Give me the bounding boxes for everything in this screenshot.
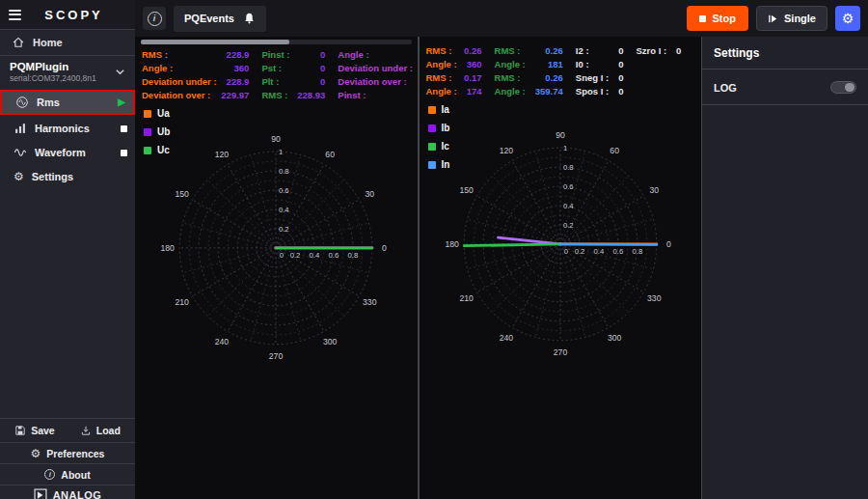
about-button[interactable]: i About — [0, 464, 135, 485]
scrollbar-thumb[interactable] — [141, 40, 289, 44]
measure-label: RMS : — [142, 48, 168, 61]
save-button[interactable]: Save — [14, 425, 55, 436]
measure-cell: RMS :0.26 — [495, 71, 563, 84]
svg-text:0.2: 0.2 — [563, 221, 574, 230]
svg-text:30: 30 — [649, 185, 659, 195]
log-toggle[interactable] — [830, 81, 856, 94]
sidebar-item-home[interactable]: Home — [0, 30, 135, 55]
sidebar-item-rms[interactable]: Rms ▶ — [2, 92, 133, 113]
sidebar-item-label: Harmonics — [35, 123, 113, 134]
svg-text:90: 90 — [556, 130, 565, 140]
measure-cell: Deviation over :229.97 — [142, 89, 249, 101]
single-button[interactable]: Single — [756, 6, 827, 31]
measure-cell: Deviation under :228.9 — [142, 75, 249, 88]
measure-value: 0.26 — [545, 71, 563, 84]
horizontal-scrollbar[interactable] — [141, 40, 412, 44]
load-button[interactable]: Load — [80, 425, 121, 436]
tab-pqevents[interactable]: PQEvents — [174, 6, 266, 32]
measure-label: Pst : — [261, 62, 282, 74]
measure-value: 359.74 — [535, 85, 563, 97]
measure-cell: RMS :228.93 — [261, 89, 325, 101]
measure-column: Szro I :0 — [636, 44, 681, 97]
measure-label: Plt : — [261, 75, 279, 88]
svg-text:0: 0 — [666, 239, 671, 249]
voltage-legend: UaUbUc — [144, 108, 170, 155]
svg-text:0: 0 — [382, 243, 387, 253]
measure-cell: Angle :360 — [142, 62, 249, 74]
measure-label: Deviation under : — [142, 75, 217, 88]
chevron-down-icon[interactable] — [115, 68, 125, 76]
measure-cell: Szro I :0 — [636, 44, 681, 57]
instrument-area: RMS :228.9Angle :360Deviation under :228… — [135, 37, 701, 499]
current-measurements-table: RMS :0.26Angle :360RMS :0.17Angle :174RM… — [420, 37, 702, 99]
stop-button[interactable]: Stop — [687, 6, 748, 31]
content-area: RMS :228.9Angle :360Deviation under :228… — [135, 37, 868, 499]
legend-swatch — [428, 106, 436, 114]
svg-text:30: 30 — [366, 189, 375, 199]
main-region: i PQEvents Stop Single ⚙ — [135, 0, 868, 499]
legend-item: Ub — [144, 126, 170, 137]
measure-label: Angle : — [142, 62, 173, 74]
measure-value: 0.26 — [545, 44, 563, 57]
svg-text:0.4: 0.4 — [593, 247, 604, 256]
bell-icon — [243, 12, 256, 25]
measure-value: 0 — [618, 44, 623, 57]
svg-text:0: 0 — [564, 247, 568, 256]
legend-label: Ub — [157, 126, 170, 137]
sidebar-item-settings[interactable]: ⚙ Settings — [0, 166, 135, 187]
voltage-polar-chart[interactable]: 030609012015018021024027030033000.20.20.… — [137, 105, 415, 387]
measure-cell: Spos I :0 — [576, 85, 624, 97]
legend-item: Ia — [428, 104, 450, 115]
scopy-logo: SCOPY — [29, 8, 119, 22]
measure-value: 174 — [467, 85, 482, 97]
hamburger-menu-icon[interactable] — [9, 10, 21, 20]
info-icon: i — [148, 12, 162, 26]
svg-text:0.4: 0.4 — [279, 206, 289, 214]
legend-swatch — [144, 147, 151, 154]
run-play-icon[interactable]: ▶ — [118, 97, 125, 107]
stop-label: Stop — [713, 13, 736, 24]
measure-label: Deviation over : — [142, 89, 210, 101]
measure-label: Spos I : — [576, 85, 609, 97]
measure-value: 360 — [467, 58, 482, 70]
sidebar-item-waveform[interactable]: Waveform — [0, 142, 135, 163]
svg-text:0.2: 0.2 — [574, 247, 584, 256]
app-window: SCOPY Home PQMPlugin serial:COM37,2400,8… — [0, 0, 868, 499]
svg-text:0.2: 0.2 — [290, 251, 301, 260]
phasor-Ic — [464, 244, 560, 246]
current-legend: IaIbIcIn — [428, 104, 450, 170]
topbar: i PQEvents Stop Single ⚙ — [135, 0, 868, 37]
measure-label: Szro I : — [636, 44, 666, 57]
svg-text:90: 90 — [271, 134, 281, 144]
tool-list: Rms ▶ Harmonics Waveform ⚙ Settings — [0, 87, 135, 187]
plugin-header-pqmplugin[interactable]: PQMPlugin serial:COM37,2400,8n1 — [0, 56, 135, 87]
measure-label: I2 : — [576, 44, 589, 57]
svg-text:0.6: 0.6 — [279, 186, 289, 195]
sidebar-item-harmonics[interactable]: Harmonics — [0, 118, 135, 139]
settings-gear-button[interactable]: ⚙ — [835, 6, 860, 31]
current-polar-chart[interactable]: 030609012015018021024027030033000.20.20.… — [421, 101, 699, 383]
voltage-panel: RMS :228.9Angle :360Deviation under :228… — [135, 37, 418, 499]
sidebar-footer: Save Load ⚙ Preferences i About ANALOG — [0, 418, 135, 499]
brand-label: ANALOG — [53, 489, 102, 499]
measure-column: RMS :0.26Angle :181RMS :0.26Angle :359.7… — [495, 44, 563, 97]
svg-text:0.8: 0.8 — [563, 163, 574, 172]
about-label: About — [61, 469, 90, 481]
info-button[interactable]: i — [143, 7, 166, 30]
stop-indicator-icon[interactable] — [121, 150, 127, 156]
measure-value: 229.97 — [221, 89, 249, 101]
log-label: LOG — [714, 82, 737, 94]
measure-cell: Deviation under :228.93 — [338, 62, 417, 74]
stop-indicator-icon[interactable] — [121, 125, 127, 132]
measure-cell: RMS :228.9 — [142, 48, 249, 61]
preferences-button[interactable]: ⚙ Preferences — [0, 443, 135, 463]
legend-swatch — [428, 161, 436, 169]
measure-cell: RMS :0.26 — [426, 44, 482, 57]
legend-item: Ua — [144, 108, 170, 119]
divider — [702, 104, 868, 105]
svg-text:0.2: 0.2 — [279, 225, 289, 234]
gear-icon: ⚙ — [31, 448, 41, 459]
measure-label: Sneg I : — [576, 71, 609, 84]
measure-value: 0 — [676, 44, 681, 57]
measure-label: Angle : — [495, 85, 526, 97]
